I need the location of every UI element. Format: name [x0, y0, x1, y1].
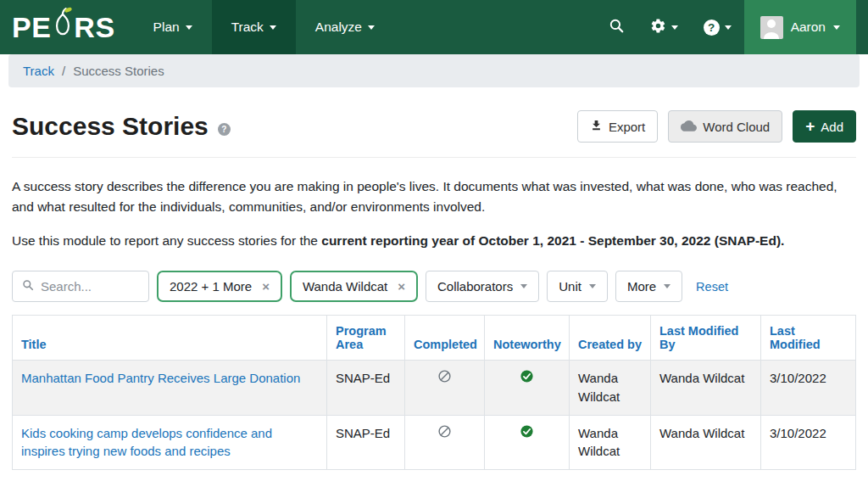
search-icon	[609, 18, 625, 36]
pear-icon	[53, 6, 73, 43]
chevron-down-icon	[186, 25, 192, 30]
table-header-row: Title Program Area Completed Noteworthy …	[13, 316, 856, 361]
column-header-noteworthy[interactable]: Noteworthy	[485, 316, 570, 361]
top-navbar: PE RS Plan Track Analyze	[0, 0, 868, 54]
last-modified-cell: 3/10/2022	[761, 361, 856, 416]
page-title: Success Stories ?	[12, 112, 231, 141]
nav-item-analyze[interactable]: Analyze	[296, 0, 394, 54]
breadcrumb: Track / Success Stories	[8, 54, 860, 87]
breadcrumb-link-track[interactable]: Track	[23, 64, 54, 78]
created-by-cell: Wanda Wildcat	[570, 415, 651, 470]
intro-text: A success story describes the difference…	[12, 176, 856, 217]
chevron-down-icon	[589, 284, 596, 288]
filter-pill-user[interactable]: Wanda Wildcat ×	[290, 271, 418, 302]
chevron-down-icon	[664, 284, 670, 288]
avatar	[760, 16, 783, 39]
nav-item-label: Analyze	[315, 20, 362, 35]
user-name: Aaron	[791, 20, 826, 35]
story-title-cell: Manhattan Food Pantry Receives Large Don…	[13, 361, 327, 416]
more-filter-dropdown[interactable]: More	[615, 271, 682, 302]
completed-cell	[405, 415, 485, 470]
filters-bar: 2022 + 1 More × Wanda Wildcat × Collabor…	[12, 271, 856, 302]
column-header-completed[interactable]: Completed	[405, 316, 485, 361]
nav-item-plan[interactable]: Plan	[134, 0, 212, 54]
search-icon	[22, 279, 34, 294]
pears-logo[interactable]: PE RS	[0, 0, 134, 54]
noteworthy-check-icon	[520, 372, 534, 386]
not-completed-icon	[437, 427, 452, 441]
program-area-cell: SNAP-Ed	[327, 361, 405, 416]
last-modified-by-cell: Wanda Wildcat	[651, 361, 761, 416]
help-menu-button[interactable]: ?	[691, 0, 744, 54]
chevron-down-icon	[671, 25, 678, 30]
completed-cell	[405, 361, 485, 416]
word-cloud-button[interactable]: Word Cloud	[668, 110, 782, 143]
title-divider	[12, 157, 856, 158]
question-mark-glyph: ?	[708, 21, 715, 34]
remove-filter-icon[interactable]: ×	[398, 279, 405, 294]
logo-text-suffix: RS	[74, 11, 114, 44]
plus-icon: +	[805, 118, 815, 134]
last-modified-cell: 3/10/2022	[761, 415, 856, 470]
noteworthy-cell	[485, 361, 570, 416]
chevron-down-icon	[270, 25, 276, 30]
noteworthy-cell	[485, 415, 570, 470]
chevron-down-icon	[368, 25, 375, 30]
created-by-cell: Wanda Wildcat	[570, 361, 651, 416]
story-title-link[interactable]: Kids cooking camp develops confidence an…	[21, 426, 272, 459]
program-area-cell: SNAP-Ed	[327, 415, 405, 470]
avatar-person-icon	[767, 20, 776, 28]
filter-pill-label: Wanda Wildcat	[303, 279, 387, 294]
cloud-icon	[681, 119, 697, 134]
user-menu-button[interactable]: Aaron	[744, 0, 856, 54]
title-help-icon[interactable]: ?	[218, 123, 231, 136]
column-header-program-area[interactable]: Program Area	[327, 316, 405, 361]
filter-pill-label: 2022 + 1 More	[170, 279, 252, 294]
gear-icon	[650, 18, 666, 36]
table-row: Kids cooking camp develops confidence an…	[13, 415, 856, 470]
collaborators-filter-dropdown[interactable]: Collaborators	[426, 271, 539, 302]
success-stories-table: Title Program Area Completed Noteworthy …	[12, 315, 856, 470]
main-content: Success Stories ? Export	[0, 110, 868, 470]
last-modified-by-cell: Wanda Wildcat	[651, 415, 761, 470]
nav-item-track[interactable]: Track	[212, 0, 296, 54]
logo-text-prefix: PE	[12, 11, 51, 44]
title-row: Success Stories ? Export	[12, 110, 856, 143]
not-completed-icon	[437, 372, 452, 386]
global-search-button[interactable]	[596, 0, 637, 54]
chevron-down-icon	[725, 25, 732, 30]
download-icon	[590, 119, 603, 134]
story-title-cell: Kids cooking camp develops confidence an…	[13, 415, 327, 470]
table-row: Manhattan Food Pantry Receives Large Don…	[13, 361, 856, 416]
column-header-created-by[interactable]: Created by	[570, 316, 651, 361]
unit-filter-dropdown[interactable]: Unit	[547, 271, 608, 302]
navbar-spacer	[394, 0, 596, 54]
help-icon: ?	[704, 20, 720, 36]
breadcrumb-current: Success Stories	[73, 64, 164, 78]
main-nav: Plan Track Analyze	[134, 0, 394, 54]
export-button[interactable]: Export	[577, 110, 658, 143]
search-input[interactable]	[41, 279, 134, 294]
filter-pill-year[interactable]: 2022 + 1 More ×	[157, 271, 282, 302]
add-button[interactable]: + Add	[793, 110, 856, 143]
nav-item-label: Track	[231, 20, 264, 35]
noteworthy-check-icon	[520, 427, 534, 441]
reset-filters-link[interactable]: Reset	[696, 280, 728, 294]
usage-text: Use this module to report any success st…	[12, 231, 856, 251]
reporting-year-text: current reporting year of October 1, 202…	[321, 233, 784, 248]
chevron-down-icon	[520, 284, 527, 288]
page-toolbar: Export Word Cloud + Add	[577, 110, 856, 143]
breadcrumb-separator: /	[62, 64, 65, 78]
column-header-last-modified-by[interactable]: Last Modified By	[651, 316, 761, 361]
column-header-title[interactable]: Title	[13, 316, 327, 361]
settings-menu-button[interactable]	[637, 0, 691, 54]
column-header-last-modified[interactable]: Last Modified	[761, 316, 856, 361]
remove-filter-icon[interactable]: ×	[262, 279, 270, 294]
chevron-down-icon	[833, 25, 840, 30]
nav-item-label: Plan	[153, 20, 180, 35]
search-box	[12, 271, 149, 302]
story-title-link[interactable]: Manhattan Food Pantry Receives Large Don…	[21, 371, 300, 385]
